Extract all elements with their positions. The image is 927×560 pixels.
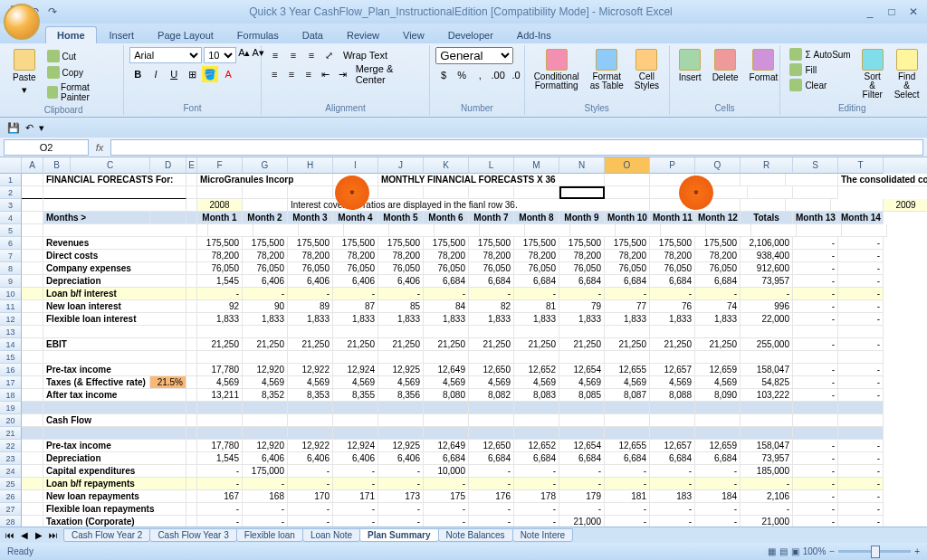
cell[interactable]: 1,833 <box>333 313 378 326</box>
row-header[interactable]: 21 <box>0 427 22 440</box>
cell[interactable]: 175,500 <box>559 237 605 250</box>
cell[interactable] <box>43 199 186 212</box>
cell[interactable]: - <box>559 503 605 516</box>
row-header[interactable]: 2 <box>0 186 22 199</box>
cell[interactable] <box>797 224 842 237</box>
cell[interactable]: 175,500 <box>469 237 514 250</box>
fill-color-button[interactable]: 🪣 <box>202 66 218 82</box>
cell[interactable] <box>43 326 186 338</box>
row-header[interactable]: 28 <box>0 516 22 527</box>
cell[interactable] <box>333 402 378 414</box>
align-top-icon[interactable]: ≡ <box>267 47 283 63</box>
cell[interactable]: 21,250 <box>469 338 514 351</box>
cell[interactable]: 76,050 <box>514 262 559 275</box>
column-headers[interactable]: ABCDEFGHIJKLMNOPQRST <box>0 157 927 174</box>
cell[interactable] <box>786 174 838 186</box>
cell[interactable] <box>288 414 333 427</box>
cell[interactable]: - <box>838 389 884 402</box>
col-header-H[interactable]: H <box>288 157 333 174</box>
cell[interactable]: - <box>838 288 884 300</box>
cell[interactable] <box>741 402 793 414</box>
cell[interactable] <box>838 402 884 414</box>
cell[interactable] <box>378 414 424 427</box>
cell[interactable]: - <box>424 516 469 527</box>
row-header[interactable]: 25 <box>0 478 22 490</box>
cell[interactable]: Pre-tax income <box>43 364 186 376</box>
font-size-select[interactable]: 10 <box>204 47 236 63</box>
cell[interactable]: 2009 <box>884 199 927 212</box>
cell[interactable] <box>186 516 197 527</box>
cell[interactable]: 175,500 <box>650 237 695 250</box>
format-painter-button[interactable]: Format Painter <box>43 81 119 103</box>
cell[interactable] <box>650 326 695 338</box>
col-header-L[interactable]: L <box>469 157 514 174</box>
cell[interactable]: - <box>243 478 288 490</box>
italic-button[interactable]: I <box>148 66 164 82</box>
cell[interactable]: - <box>793 490 838 503</box>
sheet-tab-loan-note[interactable]: Loan Note <box>302 528 360 542</box>
cell[interactable] <box>695 414 741 427</box>
cell[interactable] <box>424 326 469 338</box>
cell[interactable]: 175 <box>424 490 469 503</box>
cell[interactable] <box>661 224 706 237</box>
tab-page-layout[interactable]: Page Layout <box>147 27 225 43</box>
cell[interactable] <box>299 224 344 237</box>
cell[interactable]: 85 <box>378 300 424 313</box>
cell[interactable]: 12,652 <box>514 364 559 376</box>
cell[interactable]: 78,200 <box>243 250 288 262</box>
cell[interactable]: 6,684 <box>695 452 741 465</box>
cell[interactable]: - <box>605 478 650 490</box>
cell[interactable]: 76,050 <box>424 262 469 275</box>
cell[interactable] <box>243 326 288 338</box>
close-button[interactable]: ✕ <box>905 5 922 18</box>
cell[interactable] <box>706 224 751 237</box>
cell[interactable]: - <box>333 503 378 516</box>
cell[interactable]: 6,684 <box>469 275 514 288</box>
cell[interactable]: Taxation (Corporate) <box>43 516 186 527</box>
cell[interactable] <box>197 402 243 414</box>
row-header[interactable]: 19 <box>0 402 22 414</box>
cell[interactable] <box>838 414 884 427</box>
cell[interactable]: Month 3 <box>288 212 333 224</box>
cell[interactable]: - <box>838 237 884 250</box>
cell[interactable] <box>741 199 786 212</box>
cell[interactable] <box>243 427 288 440</box>
cell[interactable] <box>514 414 559 427</box>
cell[interactable]: - <box>559 288 605 300</box>
cell[interactable]: Month 10 <box>605 212 650 224</box>
cell[interactable] <box>469 402 514 414</box>
cell[interactable]: 76,050 <box>378 262 424 275</box>
cell[interactable]: 12,655 <box>605 364 650 376</box>
cell[interactable]: Direct costs <box>43 250 186 262</box>
cell[interactable]: - <box>838 300 884 313</box>
cell[interactable]: 4,569 <box>605 376 650 389</box>
cell[interactable]: Capital expenditures <box>43 465 186 478</box>
cell[interactable] <box>559 326 605 338</box>
col-header-K[interactable]: K <box>424 157 469 174</box>
cell[interactable]: 76,050 <box>288 262 333 275</box>
sort-filter-button[interactable]: Sort & Filter <box>858 47 887 101</box>
cell[interactable]: 74 <box>695 300 741 313</box>
cell[interactable] <box>695 427 741 440</box>
cell[interactable]: 171 <box>333 490 378 503</box>
cell[interactable] <box>197 186 243 199</box>
cell[interactable]: 1,545 <box>197 452 243 465</box>
cell[interactable]: 6,406 <box>288 452 333 465</box>
cell[interactable]: - <box>838 516 884 527</box>
merge-center-button[interactable]: Merge & Center <box>352 66 425 82</box>
cell[interactable]: 76,050 <box>695 262 741 275</box>
cell[interactable]: 1,833 <box>695 313 741 326</box>
cell[interactable]: 6,406 <box>333 452 378 465</box>
align-left-icon[interactable]: ≡ <box>267 66 282 82</box>
tab-nav-prev-icon[interactable]: ◀ <box>18 530 31 540</box>
cell[interactable]: - <box>650 478 695 490</box>
cell[interactable]: Flexible loan interest <box>43 313 186 326</box>
cell[interactable]: Month 12 <box>695 212 741 224</box>
find-select-button[interactable]: Find & Select <box>891 47 923 101</box>
cell[interactable]: 184 <box>695 490 741 503</box>
row-header[interactable]: 8 <box>0 262 22 275</box>
cell[interactable] <box>559 186 605 199</box>
cell[interactable] <box>22 174 43 186</box>
cell[interactable]: 90 <box>243 300 288 313</box>
clear-button[interactable]: Clear <box>786 78 854 92</box>
